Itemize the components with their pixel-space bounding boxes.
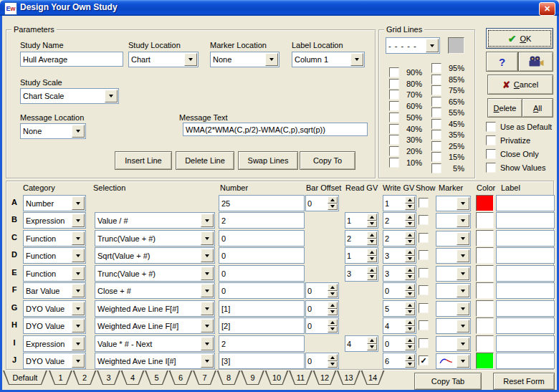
- chevron-down-icon[interactable]: [457, 320, 469, 333]
- delete-line-button[interactable]: Delete Line: [176, 151, 234, 170]
- ok-button[interactable]: ✔ OK: [486, 28, 553, 49]
- marker-select[interactable]: [436, 353, 471, 369]
- chevron-down-icon[interactable]: [457, 355, 469, 368]
- copy-tab-button[interactable]: Copy Tab: [414, 373, 482, 390]
- selection-select[interactable]: Value * # - Next: [95, 335, 215, 352]
- category-select[interactable]: Expression: [23, 335, 86, 352]
- category-select[interactable]: Function: [23, 265, 86, 282]
- label-field[interactable]: [496, 282, 555, 299]
- spin-up-icon[interactable]: [405, 302, 415, 309]
- selection-select[interactable]: Weighted Ave Line I[#]: [95, 353, 215, 369]
- color-swatch[interactable]: [476, 212, 494, 229]
- write-gv-spinner[interactable]: 4: [383, 317, 416, 334]
- spin-down-icon[interactable]: [328, 291, 338, 298]
- chevron-down-icon[interactable]: [457, 338, 469, 350]
- privatize-checkbox[interactable]: [486, 135, 496, 145]
- grid-60pct-checkbox[interactable]: [389, 101, 399, 111]
- chevron-down-icon[interactable]: [457, 249, 469, 262]
- chevron-down-icon[interactable]: [201, 284, 214, 297]
- marker-select[interactable]: [436, 231, 471, 247]
- color-swatch[interactable]: [476, 317, 494, 334]
- spin-up-icon[interactable]: [405, 249, 415, 256]
- chevron-down-icon[interactable]: [72, 214, 85, 227]
- category-select[interactable]: Function: [23, 247, 86, 264]
- marker-select[interactable]: [436, 336, 471, 352]
- spin-down-icon[interactable]: [328, 204, 338, 211]
- chevron-down-icon[interactable]: [265, 53, 278, 66]
- chevron-down-icon[interactable]: [201, 249, 214, 262]
- marker-select[interactable]: [436, 283, 471, 299]
- color-swatch[interactable]: [476, 195, 494, 211]
- label-location-select[interactable]: Column 1: [292, 52, 365, 67]
- chevron-down-icon[interactable]: [201, 302, 214, 315]
- chevron-down-icon[interactable]: [201, 214, 214, 227]
- spin-down-icon[interactable]: [328, 326, 338, 333]
- color-swatch[interactable]: [476, 353, 494, 369]
- spin-down-icon[interactable]: [405, 309, 415, 316]
- color-swatch[interactable]: [476, 335, 494, 352]
- tab-4[interactable]: 4: [121, 371, 145, 385]
- close-only-checkbox[interactable]: [486, 149, 496, 159]
- bar-offset-spinner[interactable]: 0: [305, 282, 339, 299]
- chevron-down-icon[interactable]: [201, 231, 214, 245]
- spin-up-icon[interactable]: [328, 284, 338, 291]
- spin-up-icon[interactable]: [328, 354, 338, 361]
- read-gv-spinner[interactable]: 4: [345, 335, 378, 352]
- spin-down-icon[interactable]: [405, 361, 415, 368]
- title-bar[interactable]: Ew Design Your Own Study ✕: [0, 0, 559, 16]
- chevron-down-icon[interactable]: [72, 125, 85, 138]
- spin-down-icon[interactable]: [405, 326, 415, 333]
- selection-select[interactable]: Weighted Ave Line F[#]: [95, 317, 215, 334]
- tab-9[interactable]: 9: [241, 371, 264, 385]
- category-select[interactable]: Function: [23, 230, 86, 247]
- chevron-down-icon[interactable]: [72, 284, 85, 297]
- show-checkbox[interactable]: [419, 320, 429, 330]
- write-gv-spinner[interactable]: 1: [383, 195, 416, 211]
- chevron-down-icon[interactable]: [457, 302, 469, 315]
- write-gv-spinner[interactable]: 6: [383, 353, 416, 369]
- category-select[interactable]: Expression: [23, 212, 86, 229]
- close-button[interactable]: ✕: [539, 2, 555, 16]
- spin-up-icon[interactable]: [405, 231, 415, 239]
- chevron-down-icon[interactable]: [184, 53, 197, 66]
- show-checkbox[interactable]: [419, 215, 429, 225]
- chevron-down-icon[interactable]: [201, 267, 214, 280]
- spin-up-icon[interactable]: [405, 319, 415, 326]
- spin-down-icon[interactable]: [405, 256, 415, 263]
- category-select[interactable]: Bar Value: [23, 282, 86, 299]
- grid-25pct-checkbox[interactable]: [431, 141, 441, 151]
- category-select[interactable]: DYO Value: [23, 300, 86, 317]
- spin-down-icon[interactable]: [367, 274, 377, 281]
- label-field[interactable]: [496, 195, 555, 211]
- chevron-down-icon[interactable]: [457, 197, 469, 210]
- show-checkbox[interactable]: [419, 285, 429, 295]
- category-select[interactable]: Number: [23, 195, 86, 211]
- marker-select[interactable]: [436, 213, 471, 229]
- insert-line-button[interactable]: Insert Line: [115, 151, 172, 170]
- show-checkbox[interactable]: [419, 268, 429, 278]
- grid-50pct-checkbox[interactable]: [389, 113, 399, 123]
- write-gv-spinner[interactable]: 0: [383, 335, 416, 352]
- spin-up-icon[interactable]: [405, 284, 415, 291]
- spin-down-icon[interactable]: [405, 204, 415, 211]
- chevron-down-icon[interactable]: [201, 354, 214, 368]
- show-checkbox[interactable]: [419, 338, 429, 348]
- grid-15pct-checkbox[interactable]: [431, 152, 441, 162]
- chevron-down-icon[interactable]: [72, 196, 85, 210]
- write-gv-spinner[interactable]: 3: [383, 265, 416, 282]
- grid-10pct-checkbox[interactable]: [389, 158, 399, 168]
- all-button[interactable]: All: [522, 98, 553, 118]
- label-field[interactable]: [496, 247, 555, 264]
- chevron-down-icon[interactable]: [457, 285, 469, 297]
- spin-down-icon[interactable]: [328, 309, 338, 316]
- tab-10[interactable]: 10: [265, 371, 289, 385]
- read-gv-spinner[interactable]: 1: [345, 247, 378, 264]
- grid-style-select[interactable]: - - - - -: [386, 37, 440, 54]
- read-gv-spinner[interactable]: 2: [345, 230, 378, 247]
- chevron-down-icon[interactable]: [72, 302, 85, 315]
- swap-lines-button[interactable]: Swap Lines: [238, 151, 298, 170]
- write-gv-spinner[interactable]: 5: [383, 300, 416, 317]
- message-location-select[interactable]: None: [20, 123, 86, 139]
- number-field[interactable]: 0: [219, 230, 305, 247]
- tab-6[interactable]: 6: [169, 371, 193, 385]
